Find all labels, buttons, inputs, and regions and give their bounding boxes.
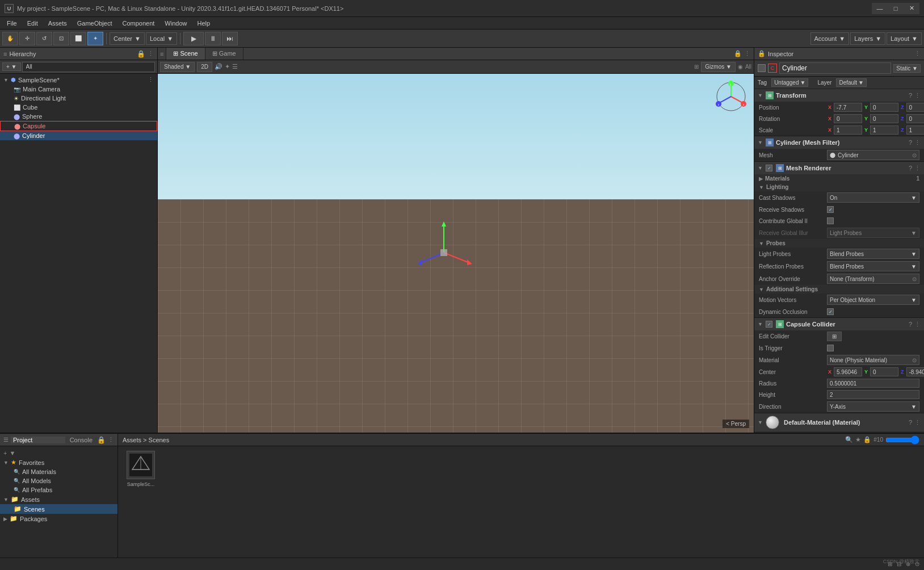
local-dropdown[interactable]: Local ▼ bbox=[146, 32, 177, 45]
2d-btn[interactable]: 2D bbox=[197, 62, 212, 72]
asset-favorites-icon[interactable]: ★ bbox=[855, 436, 861, 443]
center-dropdown[interactable]: Center ▼ bbox=[110, 32, 145, 45]
scale-z-input[interactable] bbox=[906, 125, 924, 135]
direction-dropdown[interactable]: Y-Axis ▼ bbox=[827, 401, 919, 412]
tree-item-all-prefabs[interactable]: 🔍 All Prefabs bbox=[0, 485, 117, 494]
hierarchy-search[interactable] bbox=[22, 62, 155, 72]
menu-window[interactable]: Window bbox=[160, 19, 191, 28]
layers-dropdown[interactable]: Layers ▼ bbox=[850, 32, 885, 45]
meshrenderer-header[interactable]: ▼ ⊞ Mesh Renderer ? ⋮ bbox=[754, 162, 924, 174]
gizmos-dropdown[interactable]: Gizmos ▼ bbox=[701, 62, 736, 72]
menu-assets[interactable]: Assets bbox=[44, 19, 72, 28]
capsulecollider-settings-icon[interactable]: ⋮ bbox=[914, 321, 921, 328]
collider-material-dropdown[interactable]: None (Physic Material) ⊙ bbox=[827, 355, 919, 365]
transform-help-icon[interactable]: ? bbox=[909, 92, 912, 99]
tab-project[interactable]: Project bbox=[11, 437, 65, 443]
effects-icon[interactable]: ✦ bbox=[225, 63, 230, 70]
scene-search-field[interactable]: All bbox=[745, 64, 751, 70]
pause-button[interactable]: ⏸ bbox=[205, 32, 221, 45]
transform-header[interactable]: ▼ ⊞ Transform ? ⋮ bbox=[754, 89, 924, 102]
minimize-button[interactable]: — bbox=[872, 3, 888, 14]
inspector-menu-btn[interactable]: ⋮ bbox=[914, 50, 921, 57]
motion-vectors-dropdown[interactable]: Per Object Motion ▼ bbox=[827, 295, 919, 305]
perspective-label[interactable]: < Persp bbox=[723, 420, 749, 428]
tree-item-all-models[interactable]: 🔍 All Models bbox=[0, 476, 117, 485]
tree-item-scenes[interactable]: 📁 Scenes bbox=[0, 504, 117, 514]
scene-menu-icon[interactable]: ⋮ bbox=[148, 76, 154, 83]
shading-dropdown[interactable]: Shaded ▼ bbox=[160, 62, 195, 72]
asset-size-slider[interactable] bbox=[885, 437, 919, 443]
menu-edit[interactable]: Edit bbox=[23, 19, 43, 28]
anchor-target-icon[interactable]: ⊙ bbox=[912, 276, 917, 282]
tree-item-directionallight[interactable]: ☀ Directional Light bbox=[0, 94, 157, 103]
tree-item-packages[interactable]: ▶ 📁 Packages bbox=[0, 514, 117, 523]
tab-console[interactable]: Console bbox=[68, 437, 95, 443]
tree-item-capsule[interactable]: ⬤ Capsule bbox=[0, 121, 157, 131]
receive-gi-dropdown[interactable]: Light Probes ▼ bbox=[827, 228, 919, 238]
meshfilter-help-icon[interactable]: ? bbox=[909, 139, 912, 146]
rot-z-input[interactable] bbox=[906, 114, 924, 123]
panel-menu-btn[interactable]: ⋮ bbox=[744, 50, 750, 57]
mesh-dropdown[interactable]: ⬤ Cylinder ⊙ bbox=[827, 150, 919, 160]
edit-collider-btn[interactable]: ⊞ bbox=[827, 332, 842, 341]
collider-material-target-icon[interactable]: ⊙ bbox=[912, 357, 917, 363]
menu-gameobject[interactable]: GameObject bbox=[73, 19, 117, 28]
radius-input[interactable] bbox=[827, 379, 919, 388]
capsulecollider-header[interactable]: ▼ ⊞ Capsule Collider ? ⋮ bbox=[754, 318, 924, 330]
hierarchy-lock-icon[interactable]: 🔒 bbox=[137, 50, 145, 58]
tree-item-maincamera[interactable]: 📷 Main Camera bbox=[0, 85, 157, 94]
tree-item-cube[interactable]: ⬜ Cube bbox=[0, 103, 157, 112]
meshrenderer-settings-icon[interactable]: ⋮ bbox=[914, 165, 921, 172]
center-z-input[interactable] bbox=[906, 367, 924, 376]
height-input[interactable] bbox=[827, 390, 919, 399]
pos-x-input[interactable] bbox=[834, 103, 862, 112]
hand-tool[interactable]: ✋ bbox=[2, 32, 18, 45]
tree-item-add[interactable]: + ▼ bbox=[0, 449, 117, 458]
scale-tool[interactable]: ⊡ bbox=[53, 32, 69, 45]
receive-shadows-checkbox[interactable] bbox=[827, 206, 834, 213]
hierarchy-menu-icon[interactable]: ⋮ bbox=[148, 50, 154, 57]
audio-icon[interactable]: 🔊 bbox=[215, 63, 222, 70]
object-name-input[interactable] bbox=[779, 62, 891, 74]
tree-item-samplescene[interactable]: ▼ ⬢ SampleScene* ⋮ bbox=[0, 75, 157, 85]
layout-dropdown[interactable]: Layout ▼ bbox=[887, 32, 922, 45]
account-dropdown[interactable]: Account ▼ bbox=[810, 32, 850, 45]
tab-scene[interactable]: ⊞ Scene bbox=[166, 48, 205, 60]
rotate-tool[interactable]: ↺ bbox=[36, 32, 52, 45]
asset-item-samplescene[interactable]: SampleSc... bbox=[123, 451, 159, 487]
asset-search-icon[interactable]: 🔍 bbox=[845, 436, 853, 443]
tab-game[interactable]: ⊞ Game bbox=[205, 48, 243, 60]
material-header[interactable]: ▼ Default-Material (Material) ? ⋮ bbox=[754, 413, 924, 431]
tree-item-all-materials[interactable]: 🔍 All Materials bbox=[0, 467, 117, 476]
is-trigger-checkbox[interactable] bbox=[827, 345, 834, 351]
tree-item-assets[interactable]: ▼ 📁 Assets bbox=[0, 494, 117, 504]
tree-item-sphere[interactable]: ⬤ Sphere bbox=[0, 112, 157, 121]
move-tool[interactable]: ✛ bbox=[19, 32, 35, 45]
dynamic-occlusion-checkbox[interactable] bbox=[827, 308, 834, 315]
meshfilter-settings-icon[interactable]: ⋮ bbox=[914, 139, 921, 146]
project-menu-icon[interactable]: ⋮ bbox=[108, 436, 114, 443]
center-y-input[interactable] bbox=[870, 367, 898, 376]
rot-y-input[interactable] bbox=[870, 114, 898, 123]
object-active-checkbox[interactable] bbox=[758, 64, 766, 72]
meshrenderer-help-icon[interactable]: ? bbox=[909, 165, 912, 172]
capsulecollider-enabled-checkbox[interactable] bbox=[766, 321, 772, 328]
material-settings-icon[interactable]: ⋮ bbox=[914, 419, 921, 426]
contribute-gi-checkbox[interactable] bbox=[827, 217, 834, 224]
close-button[interactable]: ✕ bbox=[904, 3, 919, 14]
light-probes-dropdown[interactable]: Blend Probes ▼ bbox=[827, 249, 919, 259]
play-button[interactable]: ▶ bbox=[183, 32, 204, 45]
inspector-lock-icon[interactable]: 🔒 bbox=[758, 50, 766, 57]
scene-viewport[interactable]: y x z < Persp bbox=[158, 74, 754, 433]
tag-dropdown[interactable]: Untagged ▼ bbox=[771, 78, 808, 87]
asset-lock-icon[interactable]: 🔒 bbox=[863, 436, 871, 443]
scene-options-icon[interactable]: ☰ bbox=[232, 63, 238, 70]
panel-lock-btn[interactable]: 🔒 bbox=[734, 50, 742, 57]
mesh-target-icon[interactable]: ⊙ bbox=[912, 152, 917, 158]
cast-shadows-dropdown[interactable]: On ▼ bbox=[827, 192, 919, 203]
transform-tool[interactable]: ✦ bbox=[87, 32, 103, 45]
maximize-button[interactable]: □ bbox=[888, 3, 904, 14]
scale-x-input[interactable] bbox=[834, 125, 862, 135]
hierarchy-add-btn[interactable]: + ▼ bbox=[2, 62, 21, 71]
pos-z-input[interactable] bbox=[906, 103, 924, 112]
